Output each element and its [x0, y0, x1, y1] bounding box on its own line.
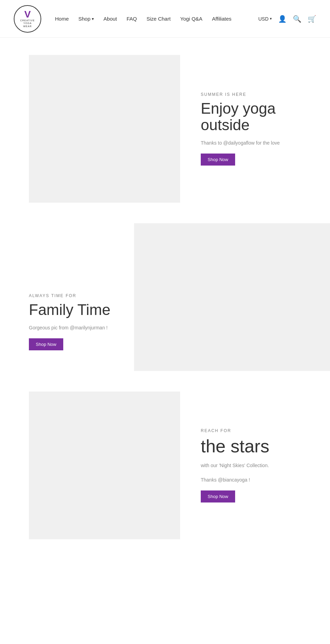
site-header: V CREATIVEYOGAWEAR Home Shop About FAQ S… [0, 0, 330, 38]
currency-selector[interactable]: USD [258, 16, 272, 22]
family-heading: Family Time [29, 302, 120, 318]
family-shop-now-button[interactable]: Shop Now [29, 338, 63, 350]
summer-heading: Enjoy yoga outside [201, 100, 316, 134]
stars-description: with our 'Night Skies' Collection. [201, 462, 313, 469]
main-content: SUMMER IS HERE Enjoy yoga outside Thanks… [0, 38, 330, 560]
stars-heading: the stars [201, 437, 313, 456]
summer-image [29, 55, 180, 203]
nav-yogi-qa[interactable]: Yogi Q&A [180, 16, 202, 22]
nav-faq[interactable]: FAQ [126, 16, 137, 22]
logo-v: V [24, 10, 31, 19]
search-icon[interactable]: 🔍 [293, 15, 301, 23]
section-family: ALWAYS TIME FOR Family Time Gorgeous pic… [0, 223, 330, 371]
currency-label: USD [258, 16, 268, 22]
summer-text: SUMMER IS HERE Enjoy yoga outside Thanks… [180, 78, 330, 179]
nav-shop[interactable]: Shop [78, 16, 94, 22]
family-eyebrow: ALWAYS TIME FOR [29, 293, 120, 298]
family-text: ALWAYS TIME FOR Family Time Gorgeous pic… [0, 223, 134, 371]
stars-eyebrow: REACH FOR [201, 428, 313, 433]
stars-text: REACH FOR the stars with our 'Night Skie… [180, 415, 330, 517]
stars-image [29, 392, 180, 539]
nav-about[interactable]: About [103, 16, 117, 22]
family-description: Gorgeous pic from @marilynjurman ! [29, 324, 120, 331]
stars-description2: Thanks @biancayoga ! [201, 476, 313, 484]
logo-subtext: CREATIVEYOGAWEAR [20, 19, 35, 28]
summer-eyebrow: SUMMER IS HERE [201, 92, 316, 97]
header-actions: USD 👤 🔍 🛒 [258, 15, 316, 23]
main-nav: Home Shop About FAQ Size Chart Yogi Q&A … [55, 16, 258, 22]
summer-shop-now-button[interactable]: Shop Now [201, 154, 235, 166]
summer-description: Thanks to @dailyogaflow for the love [201, 139, 316, 147]
nav-home[interactable]: Home [55, 16, 69, 22]
family-image [134, 223, 330, 371]
section-summer: SUMMER IS HERE Enjoy yoga outside Thanks… [0, 55, 330, 203]
logo[interactable]: V CREATIVEYOGAWEAR [14, 5, 41, 33]
cart-icon[interactable]: 🛒 [308, 15, 316, 23]
nav-affiliates[interactable]: Affiliates [212, 16, 231, 22]
logo-circle: V CREATIVEYOGAWEAR [14, 5, 41, 33]
account-icon[interactable]: 👤 [278, 15, 287, 23]
stars-shop-now-button[interactable]: Shop Now [201, 490, 235, 502]
section-stars: REACH FOR the stars with our 'Night Skie… [0, 392, 330, 539]
nav-size-chart[interactable]: Size Chart [146, 16, 170, 22]
